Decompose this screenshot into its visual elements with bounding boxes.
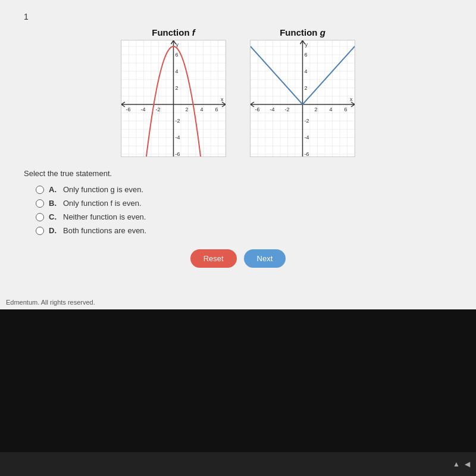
taskbar: ▲ ◀ [0,452,476,476]
footer-text: Edmentum. All rights reserved. [6,299,95,306]
option-a[interactable]: A. Only function g is even. [36,185,452,194]
option-d-text: Both functions are even. [63,226,146,235]
radio-a[interactable] [36,186,44,194]
black-bar: ▲ ◀ [0,309,476,476]
function-g-title: Function g [280,27,325,37]
taskbar-icon-1: ▲ [453,460,460,468]
option-c[interactable]: C. Neither function is even. [36,212,452,221]
option-b[interactable]: B. Only function f is even. [36,199,452,208]
option-a-letter: A. [49,185,58,194]
next-button[interactable]: Next [244,249,286,268]
select-statement: Select the true statement. [24,169,452,178]
radio-d[interactable] [36,227,44,235]
options-list: A. Only function g is even. B. Only func… [36,185,452,235]
function-g-graph [250,40,355,157]
taskbar-icon-2: ◀ [465,460,470,468]
reset-button[interactable]: Reset [190,249,237,268]
buttons-row: Reset Next [24,249,452,268]
radio-b[interactable] [36,199,44,208]
function-g-wrapper: Function g [250,27,355,157]
function-f-wrapper: Function f [121,27,226,157]
function-f-graph [121,40,226,157]
option-d-letter: D. [49,226,58,235]
radio-c[interactable] [36,213,44,221]
option-b-text: Only function f is even. [63,199,142,208]
option-c-letter: C. [49,212,58,221]
option-c-text: Neither function is even. [63,212,146,221]
graphs-container: Function f Function g [24,27,452,157]
main-screen: 1 Function f Function g Select the true … [0,0,476,309]
option-d[interactable]: D. Both functions are even. [36,226,452,235]
question-number: 1 [24,12,452,21]
option-b-letter: B. [49,199,58,208]
function-f-title: Function f [152,27,195,37]
option-a-text: Only function g is even. [63,185,143,194]
